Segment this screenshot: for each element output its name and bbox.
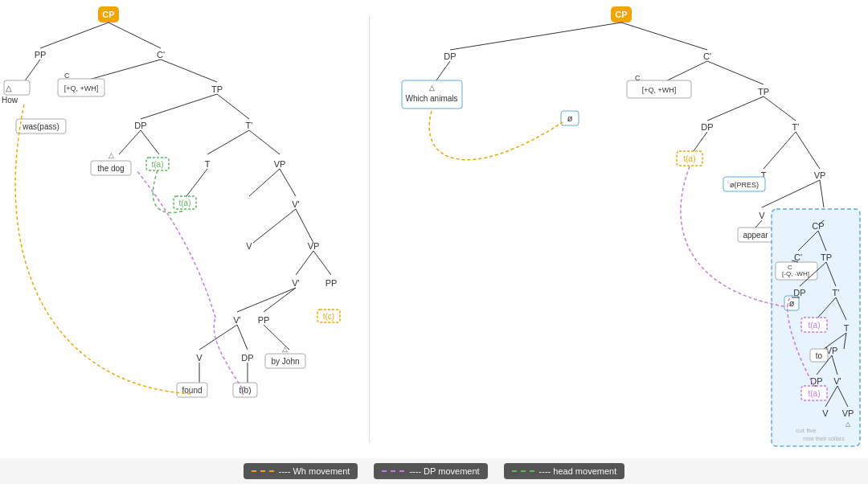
dp-legend-label: ---- DP movement — [409, 466, 479, 476]
v-r-label: V — [759, 211, 765, 220]
wh-move-arc-1 — [15, 105, 192, 394]
svg-line-10 — [249, 130, 280, 154]
collar-label: rose their collars — [803, 436, 845, 441]
svg-line-31 — [764, 96, 796, 121]
dp-r-label: DP — [444, 51, 456, 61]
pp2-label: PP — [326, 278, 338, 288]
legend-bar: ---- Wh movement ---- DP movement ---- h… — [0, 458, 868, 484]
c-r-label: C — [635, 74, 641, 82]
legend-wh: ---- Wh movement — [244, 463, 358, 479]
waspass-label: was(pass) — [22, 122, 59, 131]
tri-which: △ — [429, 84, 435, 92]
ta-inner2-label: t(a) — [809, 389, 821, 398]
v-inner-label: V — [822, 408, 829, 418]
cbar-r-label: C' — [703, 51, 711, 61]
tbar-r-label: T' — [792, 122, 800, 132]
svg-line-7 — [119, 130, 141, 154]
svg-line-19 — [264, 288, 296, 312]
pres-label: ø(PRES) — [730, 181, 759, 189]
which-animals-label: Which animals — [405, 94, 457, 103]
v2-label: V — [196, 353, 203, 363]
dp-label: DP — [134, 121, 146, 130]
tri-mark-thedog: △ — [108, 151, 114, 159]
svg-line-15 — [296, 209, 313, 243]
svg-line-26 — [621, 23, 707, 50]
to-label: to — [816, 351, 823, 360]
dp-move-arc-1 — [214, 318, 245, 393]
tbar-label: T' — [246, 121, 253, 130]
svg-line-4 — [161, 59, 217, 82]
tbar-inner-label: T' — [833, 288, 840, 297]
v-label: V — [246, 241, 252, 251]
svg-line-25 — [450, 23, 621, 50]
svg-line-6 — [217, 94, 249, 119]
dp-line — [382, 470, 404, 472]
svg-line-30 — [707, 96, 764, 121]
dp-move-arc-2 — [137, 170, 215, 318]
svg-line-33 — [764, 132, 796, 169]
cbar-inner-label: C' — [794, 252, 802, 262]
head-line — [512, 470, 534, 472]
wh-legend-label: ---- Wh movement — [279, 466, 350, 476]
svg-line-34 — [796, 132, 820, 169]
svg-line-1 — [108, 23, 161, 48]
legend-dp: ---- DP movement — [374, 463, 487, 479]
svg-line-14 — [253, 209, 296, 243]
tc-label: t(c) — [323, 312, 334, 321]
t-label: T — [205, 159, 211, 169]
svg-line-36 — [820, 180, 824, 207]
c-feat-label: [+Q, +WH] — [64, 84, 99, 92]
vbar1-label: V' — [292, 199, 299, 209]
svg-line-21 — [237, 325, 248, 350]
how-label: △ — [6, 84, 12, 92]
right-tree: CP DP C' △ Which animals [+Q, +WH] C TP — [370, 0, 868, 458]
cp-label-left: CP — [102, 10, 114, 19]
found-label: found — [182, 386, 202, 395]
svg-line-12 — [249, 169, 280, 196]
tp-inner-label: TP — [821, 252, 832, 262]
c-label: C — [64, 72, 70, 80]
byjohn-label: by John — [271, 357, 299, 366]
how-text: How — [2, 96, 18, 105]
empty-op-label: ø — [567, 113, 573, 123]
tp-r-label: TP — [758, 87, 769, 96]
ta-r-label: t(a) — [684, 154, 696, 163]
vbar3-label: V' — [233, 315, 240, 325]
cp-label-right: CP — [615, 10, 627, 19]
pp-label: PP — [35, 50, 47, 59]
svg-line-35 — [762, 180, 820, 207]
head-legend-label: ---- head movement — [539, 466, 617, 476]
t-inner-label: T — [844, 323, 850, 333]
appear-label: appear — [743, 231, 768, 240]
svg-line-5 — [141, 94, 217, 119]
svg-line-29 — [707, 61, 764, 84]
dp-inner2-label: DP — [810, 376, 822, 386]
svg-line-13 — [280, 169, 296, 196]
cp-inner-label: CP — [812, 221, 824, 231]
tri-mark-byjohn: △ — [282, 345, 288, 353]
tri-collar: △ — [845, 420, 851, 428]
legend-head: ---- head movement — [504, 463, 625, 479]
empty-inner-label: ø — [789, 298, 795, 308]
vbar2-label: V' — [292, 278, 299, 288]
svg-line-18 — [237, 288, 296, 312]
svg-line-2 — [24, 59, 40, 82]
ta-inner-label: t(a) — [809, 321, 821, 330]
wh-move-arc-right — [429, 111, 563, 160]
svg-line-37 — [755, 220, 762, 228]
thedog-label: the dog — [97, 164, 124, 173]
vp-r-label: VP — [814, 170, 826, 180]
svg-line-0 — [40, 23, 108, 48]
svg-line-11 — [186, 169, 207, 196]
vbar-inner-label: V' — [833, 376, 841, 386]
wh-line — [252, 470, 274, 472]
svg-line-9 — [207, 130, 249, 154]
dp2-label: DP — [241, 353, 253, 363]
left-tree: CP PP C' △ How [+Q, +WH] C TP — [0, 0, 369, 458]
svg-line-17 — [313, 251, 331, 275]
tp-label: TP — [211, 84, 223, 94]
cut-five-label: cut five — [796, 427, 817, 434]
c-inner-feat-label: [-Q, -WH] — [782, 270, 809, 277]
svg-line-8 — [141, 130, 159, 154]
ta-label-1: t(a) — [152, 160, 164, 169]
